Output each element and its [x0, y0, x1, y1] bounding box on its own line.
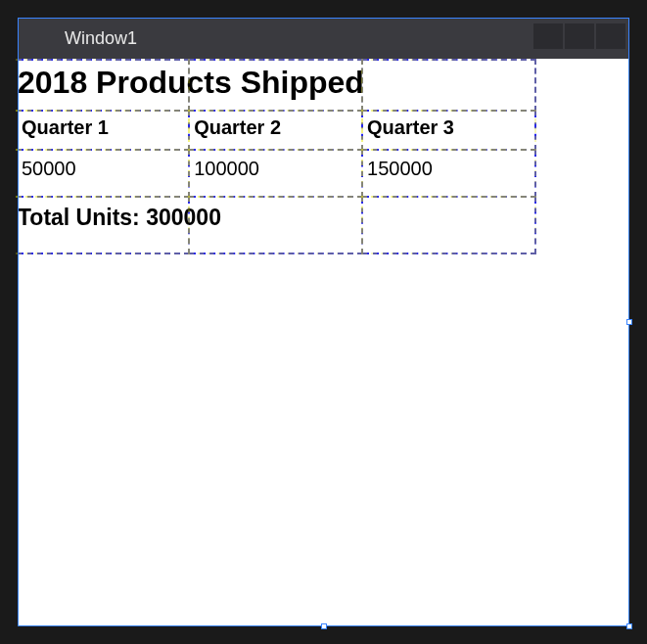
layout-grid: 2018 Products Shipped Quarter 1 Quarter …	[18, 59, 536, 254]
minimize-button[interactable]	[533, 23, 563, 49]
close-button[interactable]	[596, 23, 625, 49]
window-title: Window1	[65, 28, 137, 49]
window-titlebar[interactable]: Window1	[18, 18, 629, 59]
column-header-q2: Quarter 2	[194, 115, 357, 139]
data-cell-q1: 50000	[22, 155, 184, 182]
data-cell-q2: 100000	[194, 155, 357, 182]
column-header-q3: Quarter 3	[367, 115, 531, 139]
maximize-button[interactable]	[565, 23, 594, 49]
window-content[interactable]: 2018 Products Shipped Quarter 1 Quarter …	[18, 59, 629, 626]
designer-window: Window1 2018 Products Shipped Quarter 1 …	[18, 18, 629, 626]
grid-container[interactable]: 2018 Products Shipped Quarter 1 Quarter …	[18, 59, 536, 254]
window-buttons	[533, 23, 625, 49]
column-header-q1: Quarter 1	[22, 115, 184, 139]
data-cell-q3: 150000	[367, 155, 531, 182]
